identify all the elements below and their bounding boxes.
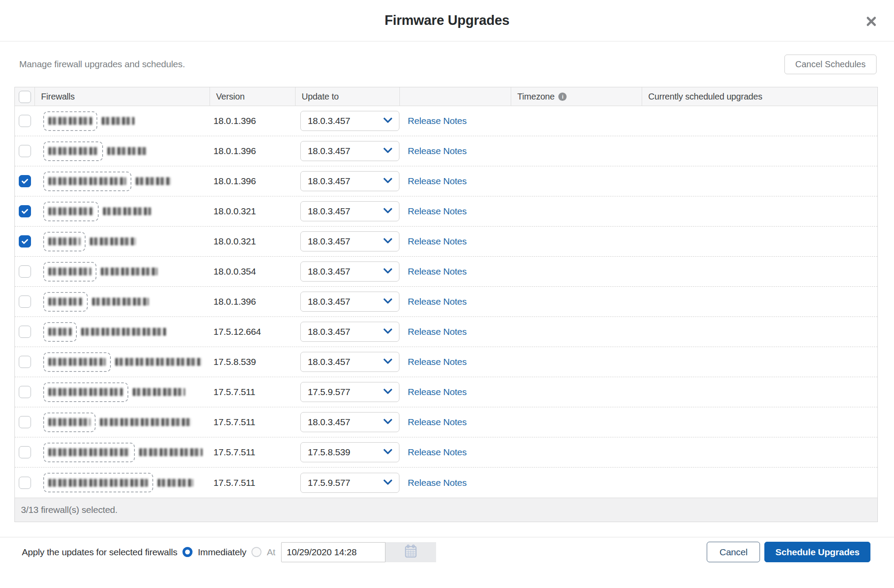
update-to-value: 18.0.3.457 <box>308 266 383 277</box>
chevron-down-icon <box>383 147 392 155</box>
update-to-value: 18.0.3.457 <box>308 146 383 156</box>
firewall-name-cell <box>34 202 210 221</box>
update-to-dropdown[interactable]: 18.0.3.457 <box>300 292 399 312</box>
datetime-picker-button[interactable] <box>385 542 436 562</box>
row-checkbox[interactable] <box>19 296 31 308</box>
chevron-down-icon <box>383 177 392 185</box>
row-checkbox[interactable] <box>19 356 31 368</box>
release-notes-link[interactable]: Release Notes <box>408 176 467 186</box>
release-notes-link[interactable]: Release Notes <box>408 447 467 457</box>
radio-at[interactable] <box>251 547 261 557</box>
firewall-name-cell <box>34 352 210 372</box>
row-checkbox[interactable] <box>19 205 31 217</box>
radio-at-label[interactable]: At <box>267 547 275 557</box>
release-notes-link[interactable]: Release Notes <box>408 236 467 246</box>
radio-immediately-label[interactable]: Immediately <box>198 547 246 557</box>
update-to-dropdown[interactable]: 18.0.3.457 <box>300 171 399 191</box>
schedule-upgrades-button[interactable]: Schedule Upgrades <box>764 542 870 562</box>
radio-immediately[interactable] <box>182 547 193 557</box>
release-notes-link[interactable]: Release Notes <box>408 116 467 126</box>
datetime-input[interactable] <box>281 542 385 562</box>
release-notes-link[interactable]: Release Notes <box>408 387 467 397</box>
row-checkbox[interactable] <box>19 416 31 428</box>
column-header-timezone: Timezone i <box>511 87 642 106</box>
firewall-name-cell <box>34 322 210 342</box>
table-row: 17.5.12.664 18.0.3.457 Release Notes <box>15 317 877 347</box>
table-header-row: Firewalls Version Update to Timezone i C… <box>15 87 877 106</box>
redacted-name-box <box>43 111 97 131</box>
chevron-down-icon <box>383 298 392 306</box>
update-to-dropdown[interactable]: 18.0.3.457 <box>300 111 399 131</box>
apply-label: Apply the updates for selected firewalls <box>22 547 177 557</box>
release-notes-link[interactable]: Release Notes <box>408 357 467 367</box>
redacted-name-tail <box>103 207 151 215</box>
release-notes-link[interactable]: Release Notes <box>408 146 467 156</box>
update-to-value: 18.0.3.457 <box>308 296 383 307</box>
release-notes-link[interactable]: Release Notes <box>408 327 467 337</box>
release-notes-link[interactable]: Release Notes <box>408 266 467 276</box>
redacted-name-box <box>43 473 153 492</box>
close-button[interactable] <box>864 15 878 29</box>
update-to-value: 18.0.3.457 <box>308 357 383 367</box>
update-to-dropdown[interactable]: 18.0.3.457 <box>300 412 399 432</box>
dialog-header: Firmware Upgrades <box>0 0 894 41</box>
release-notes-link[interactable]: Release Notes <box>408 417 467 427</box>
row-checkbox[interactable] <box>19 446 31 458</box>
row-checkbox[interactable] <box>19 326 31 338</box>
update-to-dropdown[interactable]: 18.0.3.457 <box>300 352 399 372</box>
table-row: 17.5.7.511 17.5.9.577 Release Notes <box>15 377 877 407</box>
update-to-dropdown[interactable]: 18.0.3.457 <box>300 201 399 221</box>
chevron-down-icon <box>383 388 392 396</box>
column-header-update-to: Update to <box>295 87 399 106</box>
update-to-dropdown[interactable]: 18.0.3.457 <box>300 322 399 342</box>
firewall-name-cell <box>34 413 210 432</box>
release-notes-link[interactable]: Release Notes <box>408 206 467 216</box>
redacted-name-tail <box>115 358 202 366</box>
update-to-dropdown[interactable]: 18.0.3.457 <box>300 231 399 251</box>
row-checkbox[interactable] <box>19 175 31 187</box>
update-to-dropdown[interactable]: 17.5.8.539 <box>300 442 399 462</box>
select-all-checkbox[interactable] <box>19 91 31 103</box>
row-version: 17.5.7.511 <box>210 447 295 457</box>
redacted-name-box <box>43 322 77 342</box>
redacted-name-box <box>43 382 128 402</box>
row-checkbox[interactable] <box>19 477 31 489</box>
release-notes-link[interactable]: Release Notes <box>408 296 467 306</box>
redacted-name-box <box>43 141 103 161</box>
row-version: 18.0.1.396 <box>210 146 295 156</box>
release-notes-link[interactable]: Release Notes <box>408 478 467 488</box>
row-checkbox[interactable] <box>19 145 31 157</box>
column-header-version: Version <box>210 87 295 106</box>
chevron-down-icon <box>383 237 392 245</box>
row-version: 18.0.0.354 <box>210 266 295 277</box>
firewall-name-cell <box>34 111 210 131</box>
redacted-name-box <box>43 202 99 221</box>
row-version: 17.5.7.511 <box>210 387 295 397</box>
firewall-name-cell <box>34 172 210 191</box>
table-row: 18.0.1.396 18.0.3.457 Release Notes <box>15 106 877 136</box>
update-to-dropdown[interactable]: 17.5.9.577 <box>300 382 399 402</box>
redacted-name-tail <box>81 328 166 336</box>
update-to-dropdown[interactable]: 17.5.9.577 <box>300 473 399 493</box>
redacted-name-box <box>43 292 88 312</box>
row-checkbox[interactable] <box>19 265 31 278</box>
row-checkbox[interactable] <box>19 235 31 248</box>
info-icon[interactable]: i <box>558 93 567 101</box>
firewalls-table: Firewalls Version Update to Timezone i C… <box>14 87 878 522</box>
header-checkbox-cell <box>15 87 34 106</box>
cancel-button[interactable]: Cancel <box>707 542 760 562</box>
redacted-name-box <box>43 232 86 251</box>
cancel-schedules-button[interactable]: Cancel Schedules <box>784 55 877 74</box>
update-to-value: 17.5.9.577 <box>308 478 383 488</box>
table-row: 17.5.8.539 18.0.3.457 Release Notes <box>15 347 877 377</box>
table-body: 18.0.1.396 18.0.3.457 Release Notes 18.0… <box>15 106 877 498</box>
chevron-down-icon <box>383 448 392 456</box>
chevron-down-icon <box>383 117 392 125</box>
update-to-dropdown[interactable]: 18.0.3.457 <box>300 141 399 161</box>
update-to-dropdown[interactable]: 18.0.3.457 <box>300 261 399 282</box>
row-checkbox[interactable] <box>19 115 31 127</box>
update-to-value: 18.0.3.457 <box>308 176 383 186</box>
row-checkbox[interactable] <box>19 386 31 398</box>
update-to-value: 18.0.3.457 <box>308 236 383 247</box>
row-version: 17.5.7.511 <box>210 417 295 427</box>
